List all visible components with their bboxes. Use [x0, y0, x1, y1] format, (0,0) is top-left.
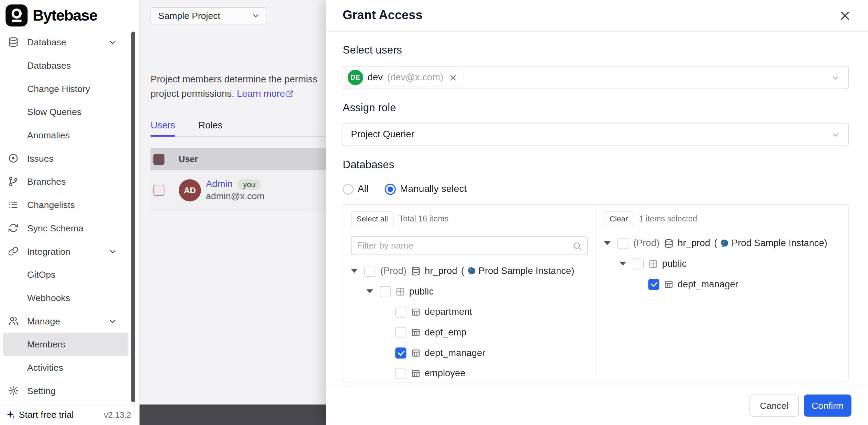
- chevron-down-icon: [108, 246, 117, 256]
- sidebar-item-issues[interactable]: Issues: [0, 147, 139, 170]
- project-selector[interactable]: Sample Project: [151, 7, 266, 24]
- schema-icon: [648, 259, 658, 269]
- transfer-selected-panel: Clear 1 items selected (Prod) hr_prod (: [596, 205, 848, 382]
- database-icon: [664, 238, 674, 248]
- sidebar-item-sync-schema[interactable]: Sync Schema: [0, 216, 139, 240]
- radio-all-control[interactable]: [343, 183, 354, 194]
- sidebar-item-setting[interactable]: Setting: [0, 379, 139, 402]
- instance-paren: (: [461, 265, 464, 276]
- sidebar-item-label: Issues: [27, 153, 54, 164]
- tree-row-table-selected[interactable]: dept_manager: [604, 274, 841, 295]
- version-label: v2.13.2: [104, 410, 131, 419]
- radio-all[interactable]: All: [343, 183, 368, 195]
- postgresql-icon: [720, 238, 730, 248]
- checkbox[interactable]: [380, 286, 391, 297]
- confirm-button[interactable]: Confirm: [804, 394, 852, 416]
- sidebar-item-anomalies[interactable]: Anomalies: [0, 123, 139, 147]
- tree-row-database[interactable]: (Prod) hr_prod ( Prod Sample Instance): [351, 261, 588, 281]
- sidebar-item-manage[interactable]: Manage: [0, 309, 139, 333]
- tree-row-table-selected[interactable]: dept_manager: [351, 343, 588, 363]
- sidebar-item-label: Changelists: [27, 199, 75, 210]
- select-all-checkbox[interactable]: [153, 154, 164, 165]
- sidebar-item-activities[interactable]: Activities: [0, 356, 139, 379]
- caret-down-icon[interactable]: [366, 289, 380, 293]
- tree-row-database[interactable]: (Prod) hr_prod ( Prod Sample Instance): [604, 233, 841, 254]
- sidebar-item-databases[interactable]: Databases: [0, 54, 139, 77]
- database-transfer-panel: Select all Total 16 items (Prod): [343, 204, 848, 382]
- member-info: Admin you admin@x.com: [206, 179, 264, 202]
- instance-name: Prod Sample Instance): [732, 238, 827, 249]
- issues-icon: [8, 153, 19, 164]
- sidebar-nav: Database Databases Change History Slow Q…: [0, 31, 139, 402]
- sidebar-item-label: Webhooks: [27, 292, 70, 303]
- checkbox-checked[interactable]: [648, 279, 659, 290]
- tree-row-schema[interactable]: public: [351, 281, 588, 302]
- sidebar-item-label: GitOps: [27, 269, 56, 280]
- users-select[interactable]: DE dev (dev@x.com): [343, 66, 848, 89]
- user-chip: DE dev (dev@x.com): [346, 69, 463, 87]
- checkbox-checked[interactable]: [395, 347, 406, 358]
- member-name-link[interactable]: Admin: [206, 179, 233, 190]
- checkbox[interactable]: [395, 306, 406, 317]
- start-free-trial-button[interactable]: Start free trial: [5, 410, 104, 420]
- main-content: Sample Project Project members determine…: [140, 0, 326, 425]
- bytebase-logo-icon: [5, 4, 27, 26]
- chevron-down-icon: [831, 73, 840, 82]
- radio-all-label: All: [358, 183, 368, 195]
- chip-remove-icon[interactable]: [449, 73, 457, 82]
- table-icon: [411, 348, 421, 358]
- chip-user-email: (dev@x.com): [387, 72, 443, 83]
- drawer-header: Grant Access: [326, 0, 868, 32]
- tree-row-schema[interactable]: public: [604, 253, 841, 274]
- sidebar-item-label: Members: [27, 339, 65, 349]
- sidebar-item-change-history[interactable]: Change History: [0, 77, 139, 100]
- caret-down-icon[interactable]: [620, 262, 633, 265]
- postgresql-icon: [466, 266, 476, 276]
- sidebar-item-database[interactable]: Database: [0, 31, 139, 54]
- caret-down-icon[interactable]: [604, 241, 617, 245]
- sidebar-item-slow-queries[interactable]: Slow Queries: [0, 100, 139, 124]
- checkbox[interactable]: [633, 258, 644, 269]
- chevron-down-icon: [108, 37, 117, 47]
- tree-row-table[interactable]: department: [351, 302, 588, 322]
- sidebar-item-label: Manage: [27, 316, 60, 326]
- checkbox[interactable]: [395, 327, 406, 338]
- app-viewport: Bytebase Database Databases Change Histo…: [0, 0, 868, 425]
- table-name: employee: [425, 368, 466, 379]
- learn-more-link[interactable]: Learn more: [237, 89, 285, 99]
- environment-label: (Prod): [633, 238, 659, 249]
- gear-icon: [8, 385, 19, 396]
- clear-button[interactable]: Clear: [604, 211, 634, 226]
- tab-users[interactable]: Users: [151, 120, 175, 136]
- filter-input[interactable]: [357, 241, 572, 251]
- vertical-scrollbar[interactable]: [131, 32, 135, 402]
- horizontal-scrollbar[interactable]: [140, 404, 326, 425]
- members-description: Project members determine the permiss pr…: [151, 72, 326, 101]
- sidebar-item-members[interactable]: Members: [3, 333, 129, 356]
- close-icon[interactable]: [839, 9, 852, 22]
- sidebar-item-changelists[interactable]: Changelists: [0, 193, 139, 217]
- checkbox[interactable]: [364, 265, 375, 276]
- tree-row-table[interactable]: dept_emp: [351, 322, 588, 343]
- sidebar-item-gitops[interactable]: GitOps: [0, 263, 139, 286]
- radio-manual-control[interactable]: [385, 183, 396, 194]
- sidebar-item-label: Branches: [27, 176, 66, 187]
- select-all-button[interactable]: Select all: [351, 211, 393, 226]
- role-select[interactable]: Project Querier: [343, 123, 848, 146]
- tree-row-table[interactable]: employee: [351, 363, 588, 382]
- checkbox[interactable]: [617, 238, 628, 249]
- sidebar-item-label: Sync Schema: [27, 223, 84, 233]
- logo[interactable]: Bytebase: [0, 0, 139, 31]
- caret-down-icon[interactable]: [351, 269, 364, 273]
- tab-roles[interactable]: Roles: [198, 120, 222, 136]
- sidebar-item-webhooks[interactable]: Webhooks: [0, 286, 139, 309]
- checkbox[interactable]: [395, 368, 406, 379]
- sidebar-item-branches[interactable]: Branches: [0, 170, 139, 193]
- sidebar-item-label: Database: [27, 37, 66, 47]
- sidebar-item-integration[interactable]: Integration: [0, 240, 139, 263]
- row-checkbox[interactable]: [153, 185, 164, 196]
- table-icon: [664, 279, 674, 289]
- cancel-button[interactable]: Cancel: [749, 394, 799, 416]
- role-select-value: Project Querier: [351, 129, 414, 140]
- radio-manually-select[interactable]: Manually select: [385, 183, 467, 195]
